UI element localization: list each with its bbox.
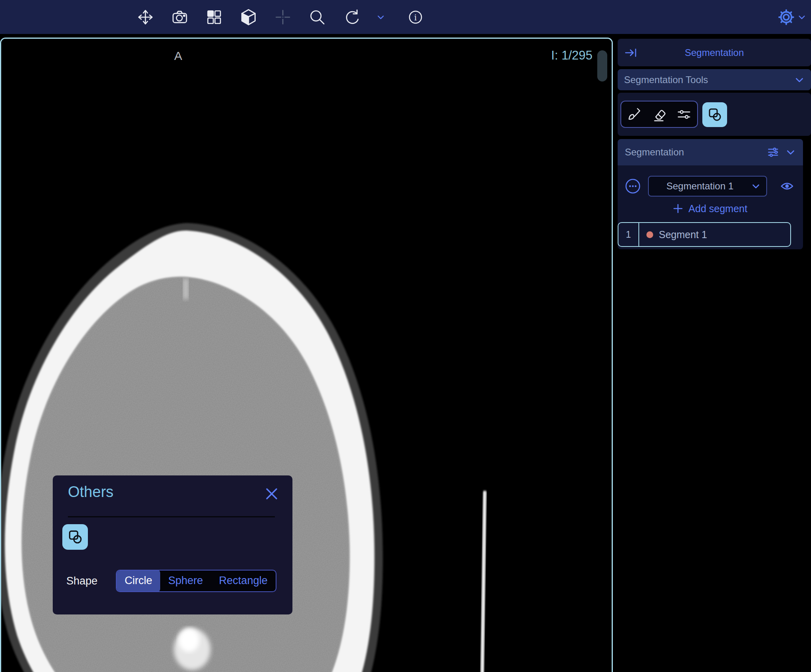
info-button[interactable]: i xyxy=(406,8,425,27)
collapse-right-icon xyxy=(624,47,638,59)
shape-segmented-control: Circle Sphere Rectangle xyxy=(116,570,276,592)
chevron-down-icon xyxy=(794,75,805,85)
add-segment-button[interactable]: Add segment xyxy=(618,201,803,216)
panel-title: Segmentation xyxy=(618,47,811,58)
segmentation-menu-button[interactable] xyxy=(625,178,641,194)
add-segment-label: Add segment xyxy=(688,203,747,215)
mixer-settings-icon[interactable] xyxy=(767,146,779,158)
dialog-close-button[interactable] xyxy=(265,487,278,500)
segmentation-visibility-button[interactable] xyxy=(780,180,794,192)
segmentation-group-label: Segmentation xyxy=(625,147,767,158)
brush-icon xyxy=(626,107,642,122)
settings-button[interactable] xyxy=(777,8,796,27)
threshold-tool-button[interactable] xyxy=(673,102,696,126)
shape-option-circle[interactable]: Circle xyxy=(117,570,160,592)
magnifier-icon xyxy=(309,9,326,26)
chevron-down-icon xyxy=(797,12,806,22)
panel-header: Segmentation xyxy=(618,39,811,66)
capture-button[interactable] xyxy=(170,8,189,27)
segmentation-select-value: Segmentation 1 xyxy=(649,181,751,192)
eraser-icon xyxy=(652,107,667,122)
segmentation-select[interactable]: Segmentation 1 xyxy=(648,176,767,197)
rotate-button[interactable] xyxy=(342,8,361,27)
segmentation-tools-section-header[interactable]: Segmentation Tools xyxy=(618,69,811,90)
segment-row[interactable]: 1 Segment 1 xyxy=(618,222,791,247)
ellipsis-circle-icon xyxy=(625,178,641,194)
segment-label: Segment 1 xyxy=(659,229,707,241)
shapes-icon xyxy=(67,529,83,545)
shapes-tool-button-active[interactable] xyxy=(702,102,727,127)
settings-caret-button[interactable] xyxy=(797,13,806,22)
gear-icon xyxy=(777,8,795,26)
shape-label: Shape xyxy=(66,575,116,587)
segment-main: Segment 1 xyxy=(639,223,707,246)
eye-icon xyxy=(780,180,794,192)
camera-icon xyxy=(171,9,188,26)
svg-text:i: i xyxy=(414,13,417,22)
move-button[interactable] xyxy=(136,8,155,27)
plus-icon xyxy=(673,204,683,213)
tool-button-group xyxy=(620,101,698,128)
segmentation-group: Segmentation xyxy=(618,139,803,249)
tools-section-body xyxy=(618,93,811,136)
image-viewport[interactable]: A I: 1/295 Others Shape Circle Sphere Re… xyxy=(0,38,613,672)
eraser-tool-button[interactable] xyxy=(648,102,670,126)
shape-option-sphere[interactable]: Sphere xyxy=(160,570,211,592)
layout-grid-icon xyxy=(206,9,223,26)
segment-color-dot xyxy=(646,231,653,238)
brush-tool-button[interactable] xyxy=(623,102,645,126)
rotate-icon xyxy=(343,9,360,26)
others-dialog: Others Shape Circle Sphere Rectangle xyxy=(53,475,292,614)
panel-collapse-button[interactable] xyxy=(624,39,638,66)
dialog-title: Others xyxy=(68,483,113,501)
chevron-down-icon xyxy=(376,13,385,22)
segmentation-header-icons xyxy=(767,146,796,158)
shape-option-row: Shape Circle Sphere Rectangle xyxy=(66,570,282,592)
layout-button[interactable] xyxy=(205,8,224,27)
cube-3d-icon xyxy=(240,8,257,26)
close-icon xyxy=(265,487,278,500)
active-segmentation-row: Segmentation 1 xyxy=(618,165,803,197)
chevron-down-icon xyxy=(751,181,761,191)
top-toolbar: i xyxy=(0,0,811,34)
threshold-sliders-icon xyxy=(677,107,692,122)
dialog-divider xyxy=(68,516,275,517)
crosshair-button[interactable] xyxy=(273,8,292,27)
rotate-caret-button[interactable] xyxy=(376,13,385,22)
volume-3d-button[interactable] xyxy=(239,8,258,27)
move-icon xyxy=(137,9,154,26)
slice-scrollbar-thumb[interactable] xyxy=(597,50,607,82)
crosshair-icon xyxy=(274,9,291,26)
tools-section-label: Segmentation Tools xyxy=(624,74,794,85)
orientation-label: A xyxy=(174,49,182,63)
shapes-icon xyxy=(707,107,723,123)
settings-area xyxy=(777,0,806,34)
segmentation-group-body: Segmentation 1 Add segment xyxy=(618,165,803,249)
chevron-down-icon[interactable] xyxy=(785,147,796,157)
segmentation-panel: Segmentation Segmentation Tools xyxy=(618,39,811,249)
slice-indicator: I: 1/295 xyxy=(551,48,592,63)
zoom-button[interactable] xyxy=(308,8,327,27)
shapes-tool-button[interactable] xyxy=(62,524,88,550)
segment-index: 1 xyxy=(618,223,639,246)
info-icon: i xyxy=(407,9,423,25)
toolbar-icon-group: i xyxy=(136,0,425,34)
shape-option-rectangle[interactable]: Rectangle xyxy=(211,570,276,592)
segmentation-group-header[interactable]: Segmentation xyxy=(618,139,803,165)
